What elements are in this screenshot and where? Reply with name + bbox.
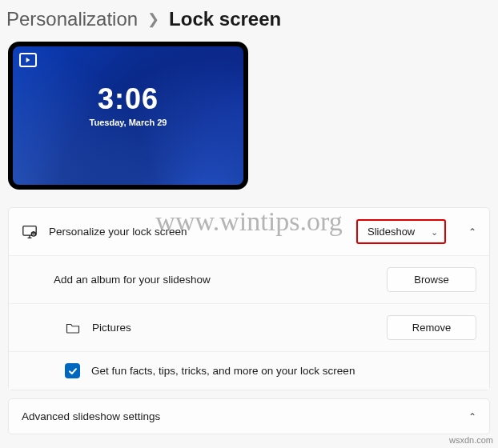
advanced-slideshow-label: Advanced slideshow settings xyxy=(22,410,457,422)
personalize-label: Personalize your lock screen xyxy=(49,226,345,238)
svg-point-1 xyxy=(31,231,35,235)
watermark-corner: wsxdn.com xyxy=(449,435,493,445)
folder-icon xyxy=(65,322,81,334)
lockscreen-preview[interactable]: 3:06 Tuesday, March 29 xyxy=(8,42,248,190)
browse-button[interactable]: Browse xyxy=(387,267,476,292)
lockscreen-monitor-icon xyxy=(22,225,38,239)
album-folder-label: Pictures xyxy=(92,322,376,334)
add-album-label: Add an album for your slideshow xyxy=(54,274,376,286)
remove-button[interactable]: Remove xyxy=(387,315,476,340)
page-title: Lock screen xyxy=(169,8,281,30)
collapse-icon[interactable]: ⌃ xyxy=(468,411,476,422)
advanced-slideshow-row[interactable]: Advanced slideshow settings ⌃ xyxy=(8,398,490,434)
personalize-row[interactable]: Personalize your lock screen Slideshow ⌄… xyxy=(9,208,489,256)
slideshow-icon xyxy=(19,53,37,67)
breadcrumb-parent[interactable]: Personalization xyxy=(6,8,138,30)
fun-facts-label: Get fun facts, tips, tricks, and more on… xyxy=(91,365,476,377)
chevron-down-icon: ⌄ xyxy=(431,226,438,237)
fun-facts-checkbox[interactable] xyxy=(65,363,80,378)
add-album-row: Add an album for your slideshow Browse xyxy=(9,256,489,304)
album-folder-row: Pictures Remove xyxy=(9,304,489,352)
breadcrumb: Personalization ❯ Lock screen xyxy=(0,0,498,42)
collapse-icon[interactable]: ⌃ xyxy=(468,226,476,238)
preview-clock: 3:06 Tuesday, March 29 xyxy=(13,82,243,127)
lockscreen-settings-panel: Personalize your lock screen Slideshow ⌄… xyxy=(8,207,490,390)
chevron-right-icon: ❯ xyxy=(147,10,159,28)
lockscreen-mode-select[interactable]: Slideshow ⌄ xyxy=(356,219,446,244)
preview-time: 3:06 xyxy=(13,82,243,116)
preview-date: Tuesday, March 29 xyxy=(13,118,243,127)
lockscreen-mode-value: Slideshow xyxy=(367,226,415,238)
fun-facts-row[interactable]: Get fun facts, tips, tricks, and more on… xyxy=(9,352,489,390)
